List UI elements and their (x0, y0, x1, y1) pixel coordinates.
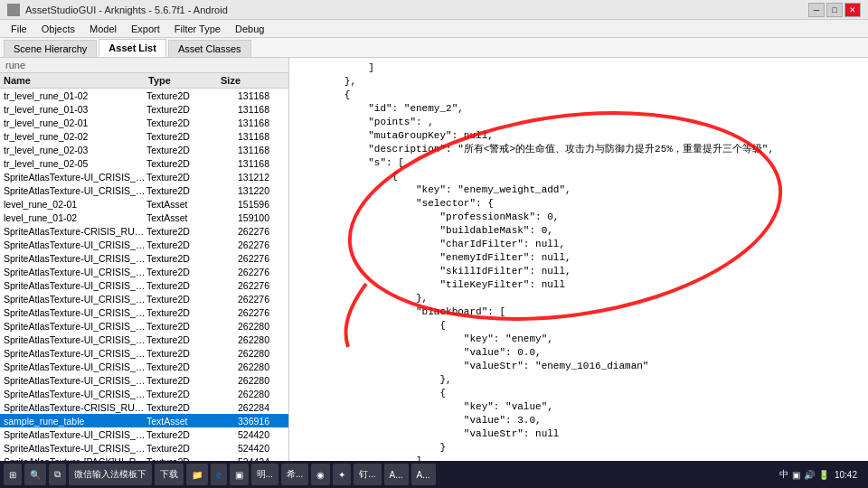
taskbar-wechat[interactable]: 微信输入法模板下 (69, 464, 152, 485)
table-row[interactable]: SpriteAtlasTexture-UI_CRISIS_R... Textur… (0, 360, 288, 373)
tab-asset-classes[interactable]: Asset Classes (168, 40, 251, 57)
table-row[interactable]: tr_level_rune_02-01 Texture2D 131168 (0, 116, 288, 129)
menu-filter-type[interactable]: Filter Type (167, 22, 228, 36)
maximize-button[interactable]: □ (826, 3, 843, 17)
table-row[interactable]: SpriteAtlasTexture-UI_CRISIS_R... Textur… (0, 238, 288, 251)
taskbar: ⊞ 🔍 ⧉ 微信输入法模板下 下载 📁 e ▣ 明... 希... ◉ ✦ 钉.… (0, 461, 868, 488)
asset-name: SpriteAtlasTexture-UI_CRISIS_R... (2, 307, 146, 318)
taskbar-explorer[interactable]: 📁 (186, 464, 208, 485)
table-row[interactable]: SpriteAtlasTexture-UI_CRISIS_E... Textur… (0, 183, 288, 197)
taskbar-app3[interactable]: ◉ (311, 464, 330, 485)
tab-scene-hierarchy[interactable]: Scene Hierarchy (4, 40, 97, 57)
asset-type: Texture2D (146, 443, 219, 454)
close-button[interactable]: ✕ (844, 3, 861, 17)
table-row[interactable]: level_rune_01-02 TextAsset 159100 (0, 211, 288, 224)
asset-name: tr_level_rune_02-02 (2, 131, 146, 142)
time-display: 10:42 (835, 470, 857, 480)
tab-asset-list[interactable]: Asset List (99, 39, 166, 57)
asset-name: SpriteAtlasTexture-UI_CRISIS_E... (2, 172, 146, 183)
asset-name: tr_level_rune_01-02 (2, 90, 146, 101)
table-row[interactable]: tr_level_rune_02-03 Texture2D 131168 (0, 143, 288, 156)
table-row[interactable]: SpriteAtlasTexture-UI_CRISIS_R... Textur… (0, 305, 288, 319)
table-row[interactable]: SpriteAtlasTexture-UI_CRISIS_R... Textur… (0, 441, 288, 455)
asset-size: 159100 (219, 212, 273, 223)
taskbar-app2[interactable]: 希... (281, 464, 308, 485)
table-row[interactable]: SpriteAtlasTexture-UI_CRISIS_R... Textur… (0, 346, 288, 360)
volume-icon: 🔊 (804, 470, 815, 480)
search-icon: 🔍 (30, 470, 41, 480)
menu-file[interactable]: File (4, 22, 34, 36)
table-row[interactable]: SpriteAtlasTexture-UI_CRISIS_R... Textur… (0, 265, 288, 278)
table-row[interactable]: level_rune_02-01 TextAsset 151596 (0, 197, 288, 211)
asset-list[interactable]: tr_level_rune_01-02 Texture2D 131168 tr_… (0, 89, 288, 468)
asset-size: 131212 (219, 172, 273, 183)
asset-type: Texture2D (146, 158, 219, 169)
table-row[interactable]: sample_rune_table TextAsset 336916 (0, 414, 288, 427)
table-row[interactable]: tr_level_rune_02-05 Texture2D 131168 (0, 156, 288, 170)
table-row[interactable]: SpriteAtlasTexture-UI_CRISIS_R... Textur… (0, 427, 288, 441)
asset-size: 262280 (219, 361, 273, 372)
table-row[interactable]: tr_level_rune_02-02 Texture2D 131168 (0, 129, 288, 143)
asset-size: 262280 (219, 321, 273, 332)
asset-type: Texture2D (146, 226, 219, 237)
table-row[interactable]: tr_level_rune_01-02 Texture2D 131168 (0, 89, 288, 102)
asset-size: 336916 (219, 416, 273, 427)
asset-type: Texture2D (146, 145, 219, 155)
asset-name: SpriteAtlasTexture-UI_CRISIS_R... (2, 267, 146, 277)
asset-name: SpriteAtlasTexture-UI_CRISIS_E... (2, 185, 146, 196)
asset-name: SpriteAtlasTexture-UI_CRISIS_R... (2, 334, 146, 345)
asset-name: SpriteAtlasTexture-UI_CRISIS_R... (2, 429, 146, 440)
asset-size: 131168 (219, 104, 273, 115)
table-row[interactable]: SpriteAtlasTexture-UI_CRISIS_R... Textur… (0, 251, 288, 265)
taskbar-app5[interactable]: A... (384, 464, 409, 485)
asset-size: 262276 (219, 239, 273, 250)
menu-model[interactable]: Model (82, 22, 124, 36)
asset-type: Texture2D (146, 429, 219, 440)
asset-type: Texture2D (146, 321, 219, 332)
taskbar-app6[interactable]: A... (411, 464, 436, 485)
ime-icon: 中 (779, 468, 788, 481)
asset-type: Texture2D (146, 294, 219, 305)
menu-export[interactable]: Export (124, 22, 167, 36)
main-layout: rune Name Type Size tr_level_rune_01-02 … (0, 58, 868, 468)
taskview-button[interactable]: ⧉ (49, 464, 66, 485)
col-header-size: Size (217, 75, 271, 86)
asset-name: SpriteAtlasTexture-CRISIS_RUNE... (2, 226, 146, 237)
asset-size: 262280 (219, 389, 273, 399)
asset-type: Texture2D (146, 253, 219, 264)
table-row[interactable]: SpriteAtlasTexture-UI_CRISIS_R... Textur… (0, 333, 288, 346)
menu-debug[interactable]: Debug (228, 22, 271, 36)
taskbar-app1[interactable]: 明... (251, 464, 278, 485)
taskbar-download[interactable]: 下载 (155, 464, 184, 485)
menu-objects[interactable]: Objects (34, 22, 82, 36)
table-row[interactable]: SpriteAtlasTexture-CRISIS_RUNE... Textur… (0, 224, 288, 238)
right-panel[interactable]: ] }, { "id": "enemy_2", "points": , "mut… (289, 58, 868, 468)
table-row[interactable]: SpriteAtlasTexture-UI_CRISIS_R... Textur… (0, 319, 288, 333)
table-row[interactable]: SpriteAtlasTexture-UI_CRISIS_R... Textur… (0, 278, 288, 292)
asset-size: 131168 (219, 117, 273, 128)
table-row[interactable]: SpriteAtlasTexture-CRISIS_RUNE... Textur… (0, 400, 288, 414)
title-bar: AssetStudioGUI - Arknights - 5.6.7f1 - A… (0, 0, 868, 20)
table-row[interactable]: tr_level_rune_01-03 Texture2D 131168 (0, 102, 288, 116)
table-row[interactable]: SpriteAtlasTexture-UI_CRISIS_R... Textur… (0, 373, 288, 387)
table-row[interactable]: SpriteAtlasTexture-UI_CRISIS_R... Textur… (0, 387, 288, 400)
taskbar-dingding[interactable]: 钉... (354, 464, 381, 485)
asset-type: TextAsset (146, 416, 219, 427)
table-row[interactable]: SpriteAtlasTexture-UI_CRISIS_R... Textur… (0, 292, 288, 305)
search-button[interactable]: 🔍 (24, 464, 46, 485)
asset-name: SpriteAtlasTexture-UI_CRISIS_R... (2, 389, 146, 399)
minimize-button[interactable]: ─ (808, 3, 825, 17)
window-controls[interactable]: ─ □ ✕ (808, 3, 861, 17)
table-row[interactable]: SpriteAtlasTexture-UI_CRISIS_E... Textur… (0, 170, 288, 183)
asset-size: 262284 (219, 402, 273, 413)
app2-icon: 希... (287, 468, 303, 481)
asset-type: Texture2D (146, 348, 219, 359)
taskbar-edge[interactable]: e (211, 464, 227, 485)
asset-name: tr_level_rune_02-01 (2, 117, 146, 128)
start-button[interactable]: ⊞ (4, 464, 22, 485)
taskbar-app4[interactable]: ✦ (333, 464, 351, 485)
asset-size: 262276 (219, 226, 273, 237)
asset-type: Texture2D (146, 402, 219, 413)
asset-type: Texture2D (146, 90, 219, 101)
taskbar-assetstudio[interactable]: ▣ (230, 464, 249, 485)
